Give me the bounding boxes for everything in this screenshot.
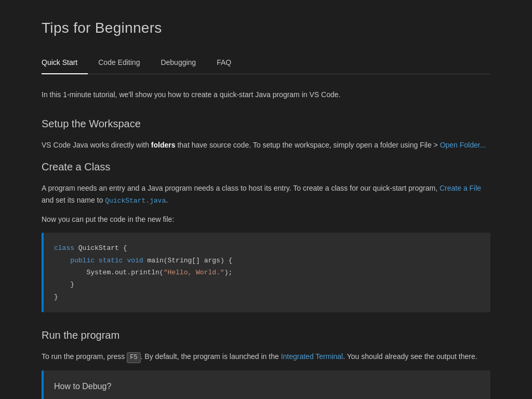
main-container: Tips for Beginners Quick Start Code Edit… bbox=[0, 0, 532, 399]
code-block: class QuickStart { public static void ma… bbox=[42, 233, 490, 312]
page-title: Tips for Beginners bbox=[42, 17, 490, 40]
tab-faq[interactable]: FAQ bbox=[217, 52, 242, 74]
callout-title: How to Debug? bbox=[54, 380, 480, 393]
integrated-terminal-link[interactable]: Integrated Terminal bbox=[281, 352, 343, 361]
section-create-class-title: Create a Class bbox=[42, 158, 490, 175]
section-setup-title: Setup the Workspace bbox=[42, 115, 490, 132]
open-folder-link[interactable]: Open Folder... bbox=[440, 141, 486, 149]
section-setup-text: VS Code Java works directly with folders… bbox=[42, 139, 490, 151]
keyword-static: static bbox=[99, 257, 123, 264]
callout-debug: How to Debug? When you press F5, you are… bbox=[42, 370, 490, 399]
tab-code-editing[interactable]: Code Editing bbox=[98, 52, 150, 74]
tab-debugging[interactable]: Debugging bbox=[161, 52, 206, 74]
code-line-1: class QuickStart { bbox=[54, 242, 480, 254]
section-create-class-text: A program needs an entry and a Java prog… bbox=[42, 182, 490, 207]
quickstart-filename: QuickStart.java bbox=[105, 197, 166, 205]
keyword-class: class bbox=[54, 244, 74, 252]
section-create-class-text2: Now you can put the code in the new file… bbox=[42, 214, 490, 225]
keyword-void: void bbox=[127, 257, 143, 264]
bold-folders: folders bbox=[151, 141, 176, 149]
tab-quick-start[interactable]: Quick Start bbox=[42, 52, 88, 74]
intro-text: In this 1-minute tutorial, we'll show yo… bbox=[42, 89, 490, 100]
keyword-public: public bbox=[70, 257, 95, 264]
section-run-text: To run the program, press F5. By default… bbox=[42, 351, 490, 363]
section-run: Run the program To run the program, pres… bbox=[42, 327, 490, 399]
section-run-title: Run the program bbox=[42, 327, 490, 343]
string-hello-world: "Hello, World." bbox=[164, 269, 224, 276]
section-setup: Setup the Workspace VS Code Java works d… bbox=[42, 115, 490, 151]
f5-key-badge: F5 bbox=[127, 352, 140, 363]
section-create-class: Create a Class A program needs an entry … bbox=[42, 158, 490, 313]
code-line-4: } bbox=[54, 278, 480, 290]
code-line-3: System.out.println("Hello, World."); bbox=[54, 267, 480, 278]
code-line-5: } bbox=[54, 291, 480, 303]
code-line-2: public static void main(String[] args) { bbox=[54, 255, 480, 267]
create-file-link[interactable]: Create a File bbox=[440, 184, 481, 192]
tab-bar: Quick Start Code Editing Debugging FAQ bbox=[42, 52, 490, 74]
